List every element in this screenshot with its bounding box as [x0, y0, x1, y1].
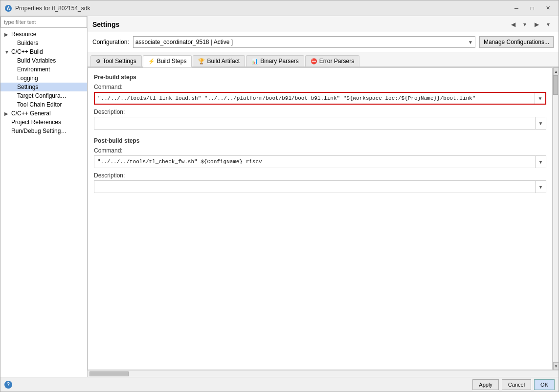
tab-tool-settings-label: Tool Settings — [103, 58, 136, 65]
scroll-thumb[interactable] — [553, 75, 558, 95]
sidebar-item-label: C/C++ Build — [11, 48, 85, 55]
forward-button[interactable]: ▶ — [531, 19, 542, 30]
window-title: Properties for tl_802154_sdk — [15, 5, 510, 12]
pre-build-command-input[interactable]: "../../../tools/tl_link_load.sh" "../../… — [95, 94, 535, 102]
vertical-scrollbar[interactable]: ▲ ▼ — [553, 67, 559, 370]
sidebar-item-label: Project References — [11, 119, 85, 126]
nav-menu-button[interactable]: ▾ — [543, 19, 554, 30]
post-build-section: Post-build steps Command: "../../../tool… — [94, 137, 546, 193]
content-area: Pre-build steps Command: "../../../tools… — [88, 67, 553, 370]
nav-toolbar: ◀ ▾ ▶ ▾ — [508, 19, 554, 30]
post-build-description-dropdown[interactable]: ▼ — [535, 181, 546, 193]
back-button[interactable]: ◀ — [508, 19, 518, 30]
title-bar: A Properties for tl_802154_sdk ─ □ ✕ — [0, 0, 559, 16]
pre-build-section: Pre-build steps Command: "../../../tools… — [94, 74, 546, 130]
expand-icon: ▶ — [4, 32, 9, 37]
sidebar-item-label: Builders — [17, 40, 85, 46]
maximize-button[interactable]: □ — [525, 3, 539, 14]
binary-parsers-icon: 📊 — [251, 58, 258, 65]
post-build-command-label: Command: — [94, 147, 546, 154]
pre-build-command-label: Command: — [94, 84, 546, 90]
pre-build-command-row: "../../../tools/tl_link_load.sh" "../../… — [94, 92, 546, 105]
scroll-up-button[interactable]: ▲ — [553, 67, 559, 75]
sidebar-item-label: Build Variables — [17, 57, 85, 64]
sidebar-item-cpp-general[interactable]: ▶ C/C++ General — [0, 109, 87, 118]
main-window: A Properties for tl_802154_sdk ─ □ ✕ ▶ R… — [0, 0, 559, 392]
scroll-down-button[interactable]: ▼ — [553, 362, 559, 370]
tabs-bar: ⚙ Tool Settings ⚡ Build Steps 🏆 Build Ar… — [88, 52, 559, 67]
pre-build-description-dropdown[interactable]: ▼ — [535, 117, 546, 129]
tab-build-steps[interactable]: ⚡ Build Steps — [143, 55, 192, 67]
scroll-container: Pre-build steps Command: "../../../tools… — [88, 67, 559, 370]
app-icon: A — [4, 4, 12, 12]
sidebar-item-label: Resource — [11, 31, 85, 38]
post-build-command-dropdown[interactable]: ▼ — [535, 156, 546, 168]
sidebar-item-logging[interactable]: Logging — [0, 74, 87, 83]
post-build-description-input[interactable] — [94, 186, 535, 188]
sidebar-item-settings[interactable]: Settings — [0, 83, 87, 91]
tool-settings-icon: ⚙ — [96, 58, 101, 65]
post-build-title: Post-build steps — [94, 137, 546, 144]
build-artifact-icon: 🏆 — [198, 58, 205, 65]
sidebar-item-tool-chain-editor[interactable]: Tool Chain Editor — [0, 100, 87, 109]
tab-binary-parsers[interactable]: 📊 Binary Parsers — [246, 55, 304, 66]
post-build-description-row: ▼ — [94, 180, 546, 193]
sidebar-item-label: Logging — [17, 75, 85, 82]
ok-button[interactable]: OK — [534, 379, 555, 390]
sidebar-item-target-configura[interactable]: Target Configura… — [0, 91, 87, 100]
config-select-arrow-icon: ▼ — [468, 40, 473, 45]
sidebar-item-builders[interactable]: Builders — [0, 39, 87, 47]
tab-binary-parsers-label: Binary Parsers — [260, 58, 299, 65]
sidebar-item-cpp-build[interactable]: ▼ C/C++ Build — [0, 47, 87, 56]
sidebar-item-label: Settings — [17, 84, 85, 90]
config-label: Configuration: — [92, 39, 129, 45]
sidebar-item-label: Tool Chain Editor — [17, 101, 85, 108]
pre-build-description-row: ▼ — [94, 117, 546, 130]
pre-build-description-input[interactable] — [94, 122, 535, 124]
post-build-description-label: Description: — [94, 172, 546, 179]
close-button[interactable]: ✕ — [541, 3, 555, 14]
build-steps-icon: ⚡ — [148, 58, 155, 65]
settings-title: Settings — [92, 21, 508, 28]
sidebar-item-environment[interactable]: Environment — [0, 65, 87, 74]
tab-error-parsers-label: Error Parsers — [319, 58, 354, 65]
right-panel: Settings ◀ ▾ ▶ ▾ Configuration: associat… — [88, 16, 559, 377]
cancel-button[interactable]: Cancel — [502, 379, 531, 390]
config-row: Configuration: associate_coordinator_951… — [88, 32, 559, 52]
hscroll-thumb[interactable] — [89, 371, 129, 376]
tab-build-steps-label: Build Steps — [157, 58, 187, 65]
tab-build-artifact-label: Build Artifact — [207, 58, 240, 65]
sidebar-item-project-references[interactable]: Project References — [0, 118, 87, 127]
info-icon: ? — [4, 381, 12, 389]
horizontal-scrollbar[interactable] — [88, 370, 559, 377]
sidebar-item-build-variables[interactable]: Build Variables — [0, 56, 87, 65]
filter-input[interactable] — [0, 16, 87, 28]
tab-error-parsers[interactable]: ⛔ Error Parsers — [305, 55, 359, 66]
scroll-track[interactable] — [553, 75, 559, 362]
pre-build-title: Pre-build steps — [94, 74, 546, 81]
expand-icon: ▶ — [4, 111, 9, 116]
nav-dropdown-button[interactable]: ▾ — [519, 19, 530, 30]
apply-button[interactable]: Apply — [472, 379, 499, 390]
sidebar-item-resource[interactable]: ▶ Resource — [0, 30, 87, 39]
post-build-command-input[interactable]: "../../../tools/tl_check_fw.sh" ${Config… — [94, 158, 535, 166]
sidebar: ▶ Resource Builders ▼ C/C++ Build Build … — [0, 16, 88, 377]
bottom-bar: ? Apply Cancel OK — [0, 377, 559, 392]
pre-build-description-label: Description: — [94, 109, 546, 115]
tab-tool-settings[interactable]: ⚙ Tool Settings — [90, 55, 142, 66]
post-build-command-row: "../../../tools/tl_check_fw.sh" ${Config… — [94, 155, 546, 168]
tab-build-artifact[interactable]: 🏆 Build Artifact — [193, 55, 245, 66]
sidebar-item-label: C/C++ General — [11, 110, 85, 117]
svg-text:A: A — [6, 6, 10, 11]
minimize-button[interactable]: ─ — [510, 3, 523, 14]
sidebar-item-label: Environment — [17, 66, 85, 73]
main-content: ▶ Resource Builders ▼ C/C++ Build Build … — [0, 16, 559, 377]
window-controls: ─ □ ✕ — [510, 3, 555, 14]
sidebar-item-run-debug[interactable]: Run/Debug Setting… — [0, 127, 87, 135]
sidebar-item-label: Run/Debug Setting… — [11, 128, 85, 134]
config-select[interactable]: associate_coordinator_9518 [ Active ] ▼ — [133, 36, 475, 48]
config-select-value: associate_coordinator_9518 [ Active ] — [135, 39, 468, 45]
manage-configurations-button[interactable]: Manage Configurations... — [479, 36, 554, 48]
expand-icon: ▼ — [4, 49, 9, 55]
pre-build-command-dropdown[interactable]: ▼ — [535, 93, 545, 104]
